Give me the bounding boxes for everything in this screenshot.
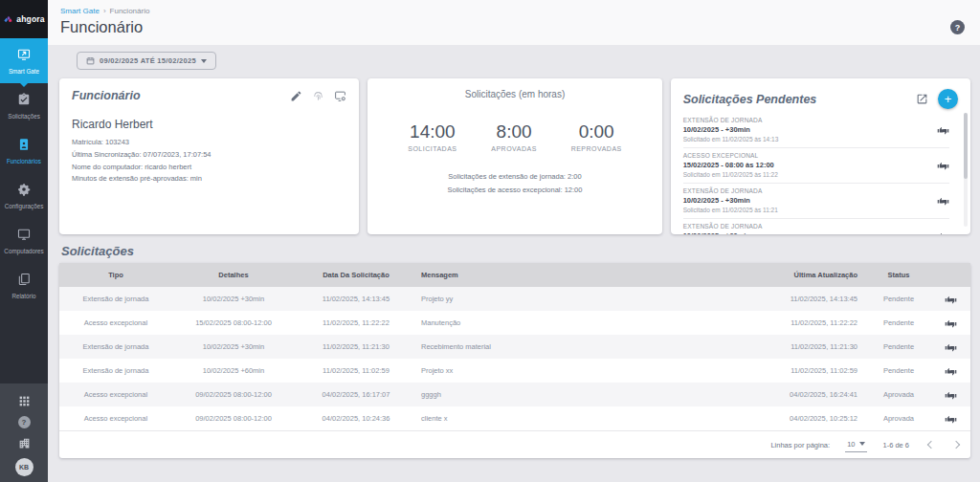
approve-reject-icon[interactable] [945,365,957,376]
row-actions [930,365,970,376]
approve-reject-icon[interactable] [945,413,957,424]
approve-reject-icon[interactable] [945,318,957,328]
approve-reject-icon[interactable] [937,195,949,206]
pending-scrollbar[interactable] [964,113,968,227]
pending-item-info: EXTENSÃO DE JORNADA 10/02/2025 - +30min … [683,187,778,213]
status-badge: Aprovada [867,390,930,399]
employee-field: Última Sincronização: 07/07/2023, 17:07:… [72,149,346,162]
pending-item[interactable]: EXTENSÃO DE JORNADA 10/02/2025 - +60min … [683,218,949,234]
edit-pencil-icon[interactable] [290,90,302,102]
approve-reject-icon[interactable] [937,124,949,135]
table-row[interactable]: Extensão de jornada 10/02/2025 +60min 11… [59,359,970,383]
approve-reject-icon[interactable] [945,294,957,304]
pending-item-detail: 15/02/2025 - 08:00 às 12:00 [683,161,778,169]
sidebar-item-label: Computadores [4,248,43,254]
approve-reject-icon[interactable] [945,341,957,352]
cell-mensagem: cliente x [417,414,745,423]
approve-reject-icon[interactable] [937,160,949,170]
pending-item-info: EXTENSÃO DE JORNADA 10/02/2025 - +30min … [683,117,779,142]
cell-ultima-atualizacao: 04/02/2025, 16:24:41 [745,390,867,399]
pending-card-title: Solicitações Pendentes [683,93,817,106]
cell-mensagem: Recebimento material [417,342,745,351]
cell-mensagem: Projeto yy [417,295,745,303]
sidebar-item-relatorio[interactable]: Relatório [0,263,48,308]
calendar-icon [86,56,95,65]
stat-label: SOLICITADAS [408,145,457,152]
cell-tipo: Extensão de jornada [59,342,172,351]
status-badge: Pendente [867,342,930,351]
rows-per-page-value: 10 [847,440,855,449]
sidebar-item-smart-gate[interactable]: Smart Gate [0,38,48,83]
hours-note: Solicitações de extensão de jornada: 2:0… [377,170,652,184]
col-data-solicitacao: Data Da Solicitação [295,271,417,279]
table-body: Extensão de jornada 10/02/2025 +30min 11… [59,287,970,430]
cell-detalhes: 10/02/2025 +30min [172,342,295,351]
sidebar: ahgora Smart Gate Solicitações [0,0,48,482]
apps-grid-icon[interactable] [18,395,31,407]
pending-list: EXTENSÃO DE JORNADA 10/02/2025 - +30min … [683,113,949,234]
approve-reject-icon[interactable] [945,389,957,400]
stat-solicitadas: 14:00 SOLICITADAS [408,121,457,152]
row-actions [930,413,970,424]
employee-fields: Matrícula: 103243 Última Sincronização: … [72,137,346,186]
employee-field: Nome do computador: ricardo herbert [72,162,346,174]
table-header: Tipo Detalhes Data Da Solicitação Mensag… [59,263,970,287]
cell-data-solicitacao: 11/02/2025, 11:22:22 [295,318,417,327]
employee-name: Ricardo Herbert [72,118,346,131]
table-pagination: Linhas por página: 10 1-6 de 6 [59,430,970,458]
table-row[interactable]: Acesso excepcional 09/02/2025 08:00-12:0… [59,406,970,430]
add-request-button[interactable]: + [938,89,958,109]
pending-item[interactable]: ACESSO EXCEPCIONAL 15/02/2025 - 08:00 às… [683,147,949,183]
employee-field: Matrícula: 103243 [72,137,346,149]
cell-mensagem: ggggh [417,390,745,399]
pending-item[interactable]: EXTENSÃO DE JORNADA 10/02/2025 - +30min … [683,113,949,147]
row-actions [930,294,970,304]
summary-cards: Funcionário [59,78,970,234]
table-row[interactable]: Acesso excepcional 09/02/2025 08:00-12:0… [59,383,970,406]
cell-detalhes: 09/02/2025 08:00-12:00 [172,414,295,423]
table-row[interactable]: Extensão de jornada 10/02/2025 +30min 11… [59,335,970,359]
cell-data-solicitacao: 11/02/2025, 11:21:30 [295,342,417,351]
open-in-new-icon[interactable] [916,93,928,105]
monitor-icon [17,228,31,245]
stat-value: 14:00 [408,121,457,142]
cell-tipo: Extensão de jornada [59,295,172,303]
chevron-right-icon: › [103,7,106,15]
help-icon[interactable]: ? [18,416,31,428]
cell-detalhes: 15/02/2025 08:00-12:00 [172,318,295,327]
sidebar-item-funcionarios[interactable]: Funcionários [0,128,48,173]
help-button[interactable]: ? [950,20,965,34]
cell-data-solicitacao: 04/02/2025, 10:24:36 [295,414,417,423]
cell-tipo: Extensão de jornada [59,366,172,375]
pending-item[interactable]: EXTENSÃO DE JORNADA 10/02/2025 - +30min … [683,183,949,218]
table-row[interactable]: Acesso excepcional 15/02/2025 08:00-12:0… [59,311,970,335]
pending-item-detail: 10/02/2025 - +30min [683,125,779,134]
cell-mensagem: Manutenção [417,318,745,327]
scrollbar-thumb[interactable] [964,113,968,179]
next-page-button[interactable] [952,441,960,449]
cell-detalhes: 09/02/2025 08:00-12:00 [172,390,295,399]
topbar: Smart Gate › Funcionário Funcionário ? [48,0,980,45]
sidebar-item-label: Funcionários [7,158,41,164]
sidebar-item-computadores[interactable]: Computadores [0,218,48,263]
previous-page-button[interactable] [927,441,935,449]
sidebar-item-configuracoes[interactable]: Configurações [0,173,48,218]
status-badge: Pendente [867,366,930,375]
ahgora-logo[interactable]: ahgora [0,0,48,38]
rows-per-page-select[interactable]: 10 [845,438,867,452]
table-row[interactable]: Extensão de jornada 10/02/2025 +30min 11… [59,287,970,311]
sidebar-item-solicitacoes[interactable]: Solicitações [0,83,48,128]
hours-note: Solicitações de acesso excepcional: 12:0… [377,184,652,197]
breadcrumb-smart-gate[interactable]: Smart Gate [60,7,100,15]
ahgora-logo-icon [3,14,13,25]
fingerprint-icon[interactable] [312,90,324,102]
business-building-icon[interactable] [18,437,31,449]
date-range-button[interactable]: 09/02/2025 ATÉ 15/02/2025 [77,52,216,70]
user-avatar[interactable]: KB [15,458,33,476]
pending-item-detail: 10/02/2025 - +30min [683,196,778,205]
computer-settings-icon[interactable] [334,90,346,102]
stat-value: 8:00 [491,121,537,142]
hours-card-title: Solicitações (em horas) [377,89,652,99]
approve-reject-icon[interactable] [937,230,949,234]
chevron-down-icon [859,442,865,446]
